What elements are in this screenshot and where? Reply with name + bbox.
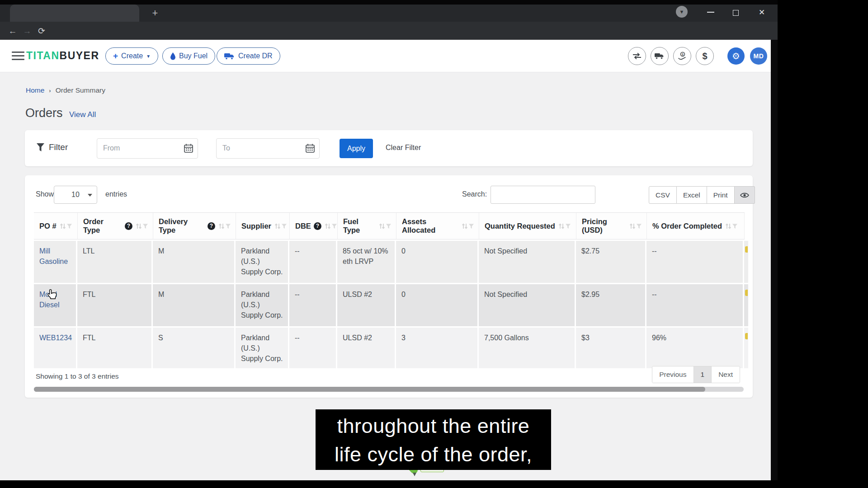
calendar-icon[interactable] bbox=[306, 144, 315, 153]
create-dr-button[interactable]: Create DR bbox=[217, 47, 280, 65]
sort-filter-icons[interactable] bbox=[324, 222, 338, 230]
table-cell: Not Specified bbox=[479, 284, 575, 326]
scrollbar-thumb[interactable] bbox=[34, 387, 705, 392]
table-cell: 85 oct w/ 10% eth LRVP bbox=[337, 241, 395, 283]
breadcrumb-home-link[interactable]: Home bbox=[26, 86, 44, 94]
table-cell: M bbox=[153, 241, 234, 283]
svg-text:$: $ bbox=[682, 52, 684, 56]
date-from-input[interactable]: From bbox=[97, 138, 198, 159]
create-button[interactable]: + Create ▼ bbox=[105, 47, 158, 65]
column-header[interactable]: Supplier bbox=[236, 213, 288, 239]
table-cell: 3 bbox=[396, 328, 477, 368]
page-size-select[interactable]: 10 bbox=[54, 186, 97, 204]
table-cell: 0 bbox=[396, 241, 477, 283]
buy-fuel-button[interactable]: Buy Fuel bbox=[162, 47, 215, 65]
close-button[interactable]: ✕ bbox=[753, 5, 771, 22]
table-header-row: PO #Order Type?Delivery Type?SupplierDBE… bbox=[34, 212, 745, 239]
sort-filter-icons[interactable] bbox=[59, 222, 73, 230]
breadcrumb: Home › Order Summary bbox=[26, 86, 105, 94]
column-header[interactable]: Fuel Type bbox=[337, 213, 395, 239]
next-page-button[interactable]: Next bbox=[712, 366, 740, 383]
transactions-button[interactable] bbox=[628, 47, 646, 65]
column-header[interactable]: Quantity Requested bbox=[479, 213, 575, 239]
table-cell: -- bbox=[289, 284, 336, 326]
showing-entries-text: Showing 1 to 3 of 3 entries bbox=[36, 372, 119, 380]
column-header[interactable]: % Order Completed bbox=[646, 213, 743, 239]
calendar-icon[interactable] bbox=[184, 144, 193, 153]
horizontal-scrollbar[interactable] bbox=[34, 387, 744, 392]
browser-window: + ▼ ✕ ← → ⟳ exchange.titancloud.com ☆ 9+… bbox=[0, 0, 778, 480]
pricing-button[interactable]: $ bbox=[696, 47, 714, 65]
caption-line: throughout the entire bbox=[316, 412, 551, 440]
hamburger-menu-icon[interactable] bbox=[12, 52, 24, 62]
table-cell: S bbox=[153, 328, 234, 368]
table-row: Motel DieselFTLMParkland (U.S.) Supply C… bbox=[34, 284, 745, 326]
sort-filter-icons[interactable] bbox=[135, 222, 149, 230]
po-number-link[interactable]: Mill Gasoline bbox=[39, 247, 68, 265]
maximize-button[interactable] bbox=[726, 5, 745, 22]
truck-icon bbox=[224, 52, 235, 60]
column-header[interactable]: Order Type? bbox=[77, 213, 151, 239]
column-header[interactable]: Assets Allocated bbox=[396, 213, 477, 239]
search-input[interactable] bbox=[491, 186, 595, 204]
clipped-column-header bbox=[744, 213, 748, 239]
po-number-cell: WEB1234 bbox=[34, 328, 76, 368]
clipped-status-icon bbox=[745, 290, 748, 296]
table-cell: Parkland (U.S.) Supply Corp. bbox=[236, 241, 288, 283]
chevron-down-icon bbox=[88, 194, 92, 197]
table-cell: FTL bbox=[77, 284, 151, 326]
back-icon[interactable]: ← bbox=[6, 25, 19, 38]
apply-button[interactable]: Apply bbox=[340, 139, 373, 158]
sort-filter-icons[interactable] bbox=[629, 222, 642, 230]
table-cell: -- bbox=[289, 328, 336, 368]
sort-filter-icons[interactable] bbox=[461, 222, 475, 230]
sort-filter-icons[interactable] bbox=[218, 222, 231, 230]
view-all-link[interactable]: View All bbox=[69, 110, 96, 119]
eye-icon bbox=[740, 192, 749, 198]
sort-filter-icons[interactable] bbox=[558, 222, 571, 230]
new-tab-button[interactable]: + bbox=[149, 8, 161, 19]
column-visibility-button[interactable] bbox=[735, 186, 755, 204]
sort-filter-icons[interactable] bbox=[274, 222, 288, 230]
po-number-link[interactable]: WEB1234 bbox=[39, 334, 72, 342]
sort-filter-icons[interactable] bbox=[725, 222, 738, 230]
help-icon[interactable]: ? bbox=[314, 222, 321, 230]
brand-logo[interactable]: TITANBUYER bbox=[26, 50, 99, 62]
po-number-cell: Mill Gasoline bbox=[34, 241, 76, 283]
payments-button[interactable]: $ bbox=[673, 47, 691, 65]
print-export-button[interactable]: Print bbox=[707, 186, 735, 204]
hand-dollar-icon: $ bbox=[678, 52, 687, 61]
deliveries-button[interactable] bbox=[651, 47, 669, 65]
clear-filter-link[interactable]: Clear Filter bbox=[386, 144, 421, 152]
settings-button[interactable]: ⚙ bbox=[727, 47, 745, 65]
column-header[interactable]: Delivery Type? bbox=[153, 213, 234, 239]
table-cell: Parkland (U.S.) Supply Corp. bbox=[236, 328, 288, 368]
forward-icon[interactable]: → bbox=[21, 25, 33, 38]
minimize-button[interactable] bbox=[702, 5, 720, 22]
excel-export-button[interactable]: Excel bbox=[677, 186, 707, 204]
column-header[interactable]: Pricing (USD) bbox=[576, 213, 645, 239]
sort-filter-icons[interactable] bbox=[378, 222, 392, 230]
previous-page-button[interactable]: Previous bbox=[652, 366, 693, 383]
user-avatar[interactable]: MD bbox=[750, 47, 767, 65]
table-cell: Not Specified bbox=[479, 241, 575, 283]
window-top-strip bbox=[0, 0, 778, 5]
tab-search-icon[interactable]: ▼ bbox=[676, 6, 688, 18]
date-to-input[interactable]: To bbox=[216, 138, 320, 159]
page-scrollbar-gutter[interactable] bbox=[771, 40, 778, 480]
browser-tab[interactable] bbox=[10, 5, 139, 22]
column-header[interactable]: PO # bbox=[34, 213, 76, 239]
csv-export-button[interactable]: CSV bbox=[649, 186, 677, 204]
reload-icon[interactable]: ⟳ bbox=[35, 25, 48, 38]
bottom-black-bar bbox=[0, 480, 868, 488]
table-cell: M bbox=[153, 284, 234, 326]
swap-arrows-icon bbox=[632, 52, 642, 60]
current-page-button[interactable]: 1 bbox=[693, 366, 712, 383]
table-cell: Parkland (U.S.) Supply Corp. bbox=[236, 284, 288, 326]
help-icon[interactable]: ? bbox=[208, 222, 215, 230]
truck-dark-icon bbox=[655, 52, 665, 60]
help-icon[interactable]: ? bbox=[125, 222, 132, 230]
table-cell: ULSD #2 bbox=[337, 284, 395, 326]
column-header[interactable]: DBE? bbox=[289, 213, 336, 239]
filter-label: Filter bbox=[37, 142, 68, 152]
